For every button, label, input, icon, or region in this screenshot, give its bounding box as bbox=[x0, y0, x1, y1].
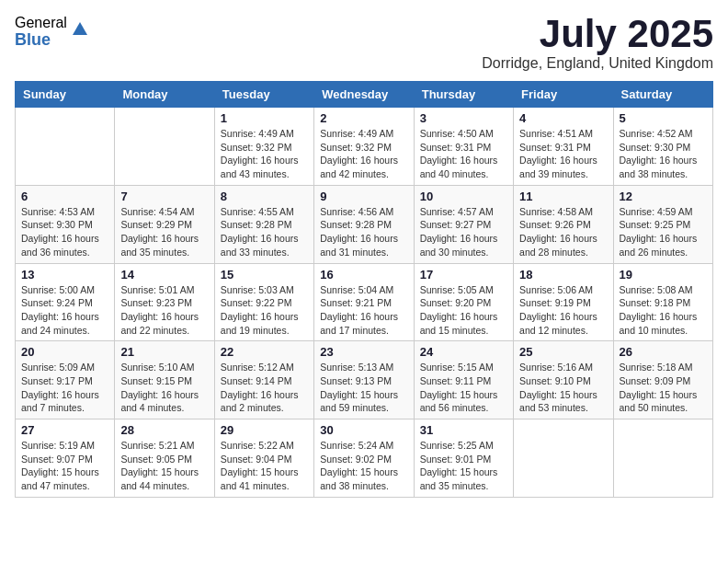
day-number: 13 bbox=[21, 268, 108, 282]
day-info: Sunrise: 5:15 AM Sunset: 9:11 PM Dayligh… bbox=[420, 361, 507, 415]
day-info: Sunrise: 5:08 AM Sunset: 9:18 PM Dayligh… bbox=[620, 283, 707, 338]
calendar-week-5: 27Sunrise: 5:19 AM Sunset: 9:07 PM Dayli… bbox=[16, 419, 713, 498]
calendar-cell: 25Sunrise: 5:16 AM Sunset: 9:10 PM Dayli… bbox=[514, 341, 613, 419]
day-info: Sunrise: 5:03 AM Sunset: 9:22 PM Dayligh… bbox=[221, 283, 308, 338]
calendar-cell bbox=[115, 108, 214, 186]
day-number: 24 bbox=[420, 345, 507, 359]
day-number: 6 bbox=[21, 190, 108, 203]
calendar-week-2: 6Sunrise: 4:53 AM Sunset: 9:30 PM Daylig… bbox=[16, 185, 713, 263]
calendar-cell: 16Sunrise: 5:04 AM Sunset: 9:21 PM Dayli… bbox=[314, 263, 414, 341]
calendar-cell: 30Sunrise: 5:24 AM Sunset: 9:02 PM Dayli… bbox=[314, 419, 414, 498]
weekday-header-tuesday: Tuesday bbox=[214, 82, 313, 108]
weekday-header-monday: Monday bbox=[115, 82, 214, 108]
day-info: Sunrise: 5:12 AM Sunset: 9:14 PM Dayligh… bbox=[221, 361, 308, 415]
calendar-cell bbox=[16, 108, 115, 186]
day-number: 19 bbox=[620, 268, 707, 282]
weekday-header-friday: Friday bbox=[514, 82, 613, 108]
day-info: Sunrise: 5:24 AM Sunset: 9:02 PM Dayligh… bbox=[320, 439, 407, 493]
day-info: Sunrise: 4:53 AM Sunset: 9:30 PM Dayligh… bbox=[21, 205, 108, 259]
calendar-table: SundayMondayTuesdayWednesdayThursdayFrid… bbox=[15, 81, 713, 498]
day-number: 12 bbox=[620, 190, 707, 203]
day-info: Sunrise: 5:22 AM Sunset: 9:04 PM Dayligh… bbox=[221, 439, 308, 493]
calendar-cell: 4Sunrise: 4:51 AM Sunset: 9:31 PM Daylig… bbox=[514, 108, 613, 186]
day-info: Sunrise: 5:21 AM Sunset: 9:05 PM Dayligh… bbox=[120, 439, 208, 493]
logo-blue: Blue bbox=[15, 31, 67, 50]
page-header: General Blue July 2025 Dorridge, England… bbox=[15, 15, 713, 72]
calendar-cell: 3Sunrise: 4:50 AM Sunset: 9:31 PM Daylig… bbox=[414, 108, 513, 186]
calendar-cell: 2Sunrise: 4:49 AM Sunset: 9:32 PM Daylig… bbox=[314, 108, 414, 186]
day-number: 18 bbox=[519, 268, 607, 282]
day-number: 1 bbox=[221, 111, 308, 125]
calendar-cell: 17Sunrise: 5:05 AM Sunset: 9:20 PM Dayli… bbox=[414, 263, 513, 341]
day-info: Sunrise: 4:54 AM Sunset: 9:29 PM Dayligh… bbox=[120, 205, 208, 259]
day-info: Sunrise: 5:06 AM Sunset: 9:19 PM Dayligh… bbox=[519, 283, 607, 338]
weekday-header-wednesday: Wednesday bbox=[314, 82, 414, 108]
day-info: Sunrise: 4:49 AM Sunset: 9:32 PM Dayligh… bbox=[320, 127, 407, 181]
day-info: Sunrise: 4:51 AM Sunset: 9:31 PM Dayligh… bbox=[519, 127, 607, 181]
calendar-cell: 14Sunrise: 5:01 AM Sunset: 9:23 PM Dayli… bbox=[115, 263, 214, 341]
day-info: Sunrise: 5:05 AM Sunset: 9:20 PM Dayligh… bbox=[420, 283, 507, 338]
day-number: 14 bbox=[120, 268, 208, 282]
day-number: 23 bbox=[320, 345, 407, 359]
day-info: Sunrise: 4:50 AM Sunset: 9:31 PM Dayligh… bbox=[420, 127, 507, 181]
logo-text: General Blue bbox=[15, 15, 67, 49]
day-number: 5 bbox=[620, 111, 707, 125]
calendar-cell: 27Sunrise: 5:19 AM Sunset: 9:07 PM Dayli… bbox=[16, 419, 115, 498]
calendar-cell bbox=[514, 419, 613, 498]
day-info: Sunrise: 4:55 AM Sunset: 9:28 PM Dayligh… bbox=[221, 205, 308, 259]
day-info: Sunrise: 4:56 AM Sunset: 9:28 PM Dayligh… bbox=[320, 205, 407, 259]
location: Dorridge, England, United Kingdom bbox=[482, 55, 713, 72]
calendar-week-4: 20Sunrise: 5:09 AM Sunset: 9:17 PM Dayli… bbox=[16, 341, 713, 419]
weekday-header-thursday: Thursday bbox=[414, 82, 513, 108]
weekday-header-saturday: Saturday bbox=[613, 82, 712, 108]
svg-marker-0 bbox=[73, 22, 87, 35]
day-info: Sunrise: 5:25 AM Sunset: 9:01 PM Dayligh… bbox=[420, 439, 507, 493]
logo: General Blue bbox=[15, 15, 89, 49]
day-info: Sunrise: 5:00 AM Sunset: 9:24 PM Dayligh… bbox=[21, 283, 108, 338]
calendar-cell: 7Sunrise: 4:54 AM Sunset: 9:29 PM Daylig… bbox=[115, 185, 214, 263]
calendar-cell: 22Sunrise: 5:12 AM Sunset: 9:14 PM Dayli… bbox=[214, 341, 313, 419]
calendar-cell: 29Sunrise: 5:22 AM Sunset: 9:04 PM Dayli… bbox=[214, 419, 313, 498]
calendar-cell: 11Sunrise: 4:58 AM Sunset: 9:26 PM Dayli… bbox=[514, 185, 613, 263]
weekday-header-row: SundayMondayTuesdayWednesdayThursdayFrid… bbox=[16, 82, 713, 108]
day-number: 8 bbox=[221, 190, 308, 203]
weekday-header-sunday: Sunday bbox=[16, 82, 115, 108]
day-number: 9 bbox=[320, 190, 407, 203]
calendar-cell: 9Sunrise: 4:56 AM Sunset: 9:28 PM Daylig… bbox=[314, 185, 414, 263]
calendar-cell: 20Sunrise: 5:09 AM Sunset: 9:17 PM Dayli… bbox=[16, 341, 115, 419]
calendar-week-1: 1Sunrise: 4:49 AM Sunset: 9:32 PM Daylig… bbox=[16, 108, 713, 186]
day-number: 31 bbox=[420, 423, 507, 437]
calendar-week-3: 13Sunrise: 5:00 AM Sunset: 9:24 PM Dayli… bbox=[16, 263, 713, 341]
day-number: 26 bbox=[620, 345, 707, 359]
calendar-cell: 19Sunrise: 5:08 AM Sunset: 9:18 PM Dayli… bbox=[613, 263, 712, 341]
calendar-cell: 31Sunrise: 5:25 AM Sunset: 9:01 PM Dayli… bbox=[414, 419, 513, 498]
day-number: 4 bbox=[519, 111, 607, 125]
calendar-cell bbox=[613, 419, 712, 498]
calendar-cell: 15Sunrise: 5:03 AM Sunset: 9:22 PM Dayli… bbox=[214, 263, 313, 341]
day-number: 3 bbox=[420, 111, 507, 125]
month-title: July 2025 bbox=[482, 15, 713, 53]
day-number: 29 bbox=[221, 423, 308, 437]
calendar-cell: 18Sunrise: 5:06 AM Sunset: 9:19 PM Dayli… bbox=[514, 263, 613, 341]
day-number: 7 bbox=[120, 190, 208, 203]
calendar-cell: 12Sunrise: 4:59 AM Sunset: 9:25 PM Dayli… bbox=[613, 185, 712, 263]
calendar-cell: 28Sunrise: 5:21 AM Sunset: 9:05 PM Dayli… bbox=[115, 419, 214, 498]
day-number: 27 bbox=[21, 423, 108, 437]
calendar-cell: 10Sunrise: 4:57 AM Sunset: 9:27 PM Dayli… bbox=[414, 185, 513, 263]
day-number: 2 bbox=[320, 111, 407, 125]
day-info: Sunrise: 5:10 AM Sunset: 9:15 PM Dayligh… bbox=[120, 361, 208, 415]
day-info: Sunrise: 4:57 AM Sunset: 9:27 PM Dayligh… bbox=[420, 205, 507, 259]
calendar-cell: 26Sunrise: 5:18 AM Sunset: 9:09 PM Dayli… bbox=[613, 341, 712, 419]
day-number: 22 bbox=[221, 345, 308, 359]
day-info: Sunrise: 4:58 AM Sunset: 9:26 PM Dayligh… bbox=[519, 205, 607, 259]
calendar-cell: 13Sunrise: 5:00 AM Sunset: 9:24 PM Dayli… bbox=[16, 263, 115, 341]
day-number: 17 bbox=[420, 268, 507, 282]
day-number: 21 bbox=[120, 345, 208, 359]
day-number: 10 bbox=[420, 190, 507, 203]
day-info: Sunrise: 5:19 AM Sunset: 9:07 PM Dayligh… bbox=[21, 439, 108, 493]
day-info: Sunrise: 4:49 AM Sunset: 9:32 PM Dayligh… bbox=[221, 127, 308, 181]
calendar-cell: 5Sunrise: 4:52 AM Sunset: 9:30 PM Daylig… bbox=[613, 108, 712, 186]
calendar-cell: 6Sunrise: 4:53 AM Sunset: 9:30 PM Daylig… bbox=[16, 185, 115, 263]
day-info: Sunrise: 5:01 AM Sunset: 9:23 PM Dayligh… bbox=[120, 283, 208, 338]
calendar-cell: 21Sunrise: 5:10 AM Sunset: 9:15 PM Dayli… bbox=[115, 341, 214, 419]
